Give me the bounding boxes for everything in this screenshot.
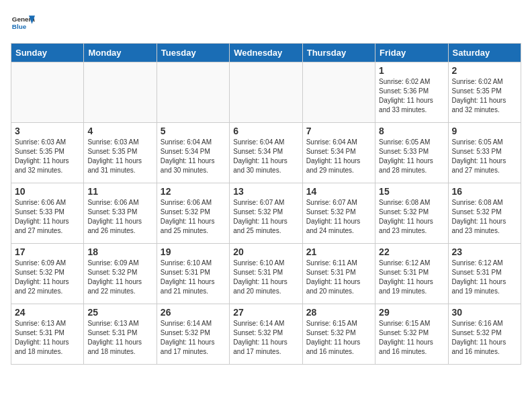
calendar-cell: 11Sunrise: 6:06 AM Sunset: 5:33 PM Dayli…: [84, 183, 157, 244]
day-info: Sunrise: 6:09 AM Sunset: 5:32 PM Dayligh…: [87, 259, 152, 296]
day-number: 17: [15, 246, 80, 257]
calendar-cell: 7Sunrise: 6:04 AM Sunset: 5:34 PM Daylig…: [302, 123, 375, 183]
calendar-cell: 8Sunrise: 6:05 AM Sunset: 5:33 PM Daylig…: [375, 123, 448, 183]
calendar-cell: 26Sunrise: 6:14 AM Sunset: 5:32 PM Dayli…: [157, 304, 229, 365]
day-number: 2: [452, 65, 517, 76]
day-info: Sunrise: 6:15 AM Sunset: 5:32 PM Dayligh…: [379, 319, 444, 357]
day-info: Sunrise: 6:10 AM Sunset: 5:31 PM Dayligh…: [233, 259, 298, 296]
calendar-cell: 29Sunrise: 6:15 AM Sunset: 5:32 PM Dayli…: [375, 304, 448, 365]
calendar-cell: 23Sunrise: 6:12 AM Sunset: 5:31 PM Dayli…: [448, 244, 521, 304]
day-info: Sunrise: 6:06 AM Sunset: 5:32 PM Dayligh…: [161, 198, 226, 236]
day-number: 14: [306, 186, 371, 197]
day-number: 6: [233, 126, 298, 136]
calendar-cell: 24Sunrise: 6:13 AM Sunset: 5:31 PM Dayli…: [11, 304, 84, 365]
day-info: Sunrise: 6:12 AM Sunset: 5:31 PM Dayligh…: [452, 259, 517, 296]
day-info: Sunrise: 6:13 AM Sunset: 5:31 PM Dayligh…: [87, 319, 152, 357]
day-number: 30: [452, 307, 517, 318]
logo-icon: General Blue: [11, 11, 35, 35]
day-number: 24: [15, 307, 80, 318]
day-info: Sunrise: 6:02 AM Sunset: 5:36 PM Dayligh…: [379, 77, 444, 115]
calendar-cell: 5Sunrise: 6:04 AM Sunset: 5:34 PM Daylig…: [157, 123, 229, 183]
day-number: 11: [87, 186, 152, 197]
calendar-cell: 6Sunrise: 6:04 AM Sunset: 5:34 PM Daylig…: [230, 123, 302, 183]
calendar-week-4: 17Sunrise: 6:09 AM Sunset: 5:32 PM Dayli…: [11, 244, 521, 304]
day-number: 7: [306, 126, 371, 136]
day-info: Sunrise: 6:14 AM Sunset: 5:32 PM Dayligh…: [161, 319, 226, 357]
calendar-week-1: 1Sunrise: 6:02 AM Sunset: 5:36 PM Daylig…: [11, 62, 521, 123]
day-number: 25: [87, 307, 152, 318]
day-number: 21: [306, 246, 371, 257]
day-number: 3: [15, 126, 80, 136]
day-number: 27: [233, 307, 298, 318]
calendar-cell: 21Sunrise: 6:11 AM Sunset: 5:31 PM Dayli…: [302, 244, 375, 304]
day-number: 26: [161, 307, 226, 318]
calendar-week-2: 3Sunrise: 6:03 AM Sunset: 5:35 PM Daylig…: [11, 123, 521, 183]
weekday-header-row: SundayMondayTuesdayWednesdayThursdayFrid…: [11, 44, 521, 62]
weekday-header-sunday: Sunday: [11, 44, 84, 62]
calendar-cell: [157, 62, 229, 123]
day-info: Sunrise: 6:05 AM Sunset: 5:33 PM Dayligh…: [379, 138, 444, 175]
day-info: Sunrise: 6:14 AM Sunset: 5:32 PM Dayligh…: [233, 319, 298, 357]
day-info: Sunrise: 6:08 AM Sunset: 5:32 PM Dayligh…: [379, 198, 444, 236]
day-number: 16: [452, 186, 517, 197]
day-info: Sunrise: 6:07 AM Sunset: 5:32 PM Dayligh…: [233, 198, 298, 236]
weekday-header-tuesday: Tuesday: [157, 44, 229, 62]
day-number: 18: [87, 246, 152, 257]
day-number: 28: [306, 307, 371, 318]
day-number: 12: [161, 186, 226, 197]
day-number: 4: [87, 126, 152, 136]
day-number: 22: [379, 246, 444, 257]
day-number: 29: [379, 307, 444, 318]
day-number: 23: [452, 246, 517, 257]
day-info: Sunrise: 6:09 AM Sunset: 5:32 PM Dayligh…: [15, 259, 80, 296]
day-info: Sunrise: 6:02 AM Sunset: 5:35 PM Dayligh…: [452, 77, 517, 115]
calendar-cell: 20Sunrise: 6:10 AM Sunset: 5:31 PM Dayli…: [230, 244, 302, 304]
calendar-cell: 13Sunrise: 6:07 AM Sunset: 5:32 PM Dayli…: [230, 183, 302, 244]
day-info: Sunrise: 6:03 AM Sunset: 5:35 PM Dayligh…: [15, 138, 80, 175]
calendar-cell: [11, 62, 84, 123]
calendar-cell: [302, 62, 375, 123]
calendar-week-5: 24Sunrise: 6:13 AM Sunset: 5:31 PM Dayli…: [11, 304, 521, 365]
day-info: Sunrise: 6:13 AM Sunset: 5:31 PM Dayligh…: [15, 319, 80, 357]
day-number: 19: [161, 246, 226, 257]
calendar-cell: 3Sunrise: 6:03 AM Sunset: 5:35 PM Daylig…: [11, 123, 84, 183]
calendar-cell: 27Sunrise: 6:14 AM Sunset: 5:32 PM Dayli…: [230, 304, 302, 365]
calendar-cell: 15Sunrise: 6:08 AM Sunset: 5:32 PM Dayli…: [375, 183, 448, 244]
weekday-header-friday: Friday: [375, 44, 448, 62]
day-info: Sunrise: 6:07 AM Sunset: 5:32 PM Dayligh…: [306, 198, 371, 236]
calendar-cell: 12Sunrise: 6:06 AM Sunset: 5:32 PM Dayli…: [157, 183, 229, 244]
day-info: Sunrise: 6:15 AM Sunset: 5:32 PM Dayligh…: [306, 319, 371, 357]
calendar-cell: 1Sunrise: 6:02 AM Sunset: 5:36 PM Daylig…: [375, 62, 448, 123]
calendar-cell: 10Sunrise: 6:06 AM Sunset: 5:33 PM Dayli…: [11, 183, 84, 244]
weekday-header-thursday: Thursday: [302, 44, 375, 62]
calendar-cell: 9Sunrise: 6:05 AM Sunset: 5:33 PM Daylig…: [448, 123, 521, 183]
day-info: Sunrise: 6:06 AM Sunset: 5:33 PM Dayligh…: [87, 198, 152, 236]
day-info: Sunrise: 6:10 AM Sunset: 5:31 PM Dayligh…: [161, 259, 226, 296]
weekday-header-saturday: Saturday: [448, 44, 521, 62]
weekday-header-wednesday: Wednesday: [230, 44, 302, 62]
weekday-header-monday: Monday: [84, 44, 157, 62]
calendar-week-3: 10Sunrise: 6:06 AM Sunset: 5:33 PM Dayli…: [11, 183, 521, 244]
calendar-cell: 16Sunrise: 6:08 AM Sunset: 5:32 PM Dayli…: [448, 183, 521, 244]
calendar-cell: 28Sunrise: 6:15 AM Sunset: 5:32 PM Dayli…: [302, 304, 375, 365]
day-number: 1: [379, 65, 444, 76]
calendar-cell: 4Sunrise: 6:03 AM Sunset: 5:35 PM Daylig…: [84, 123, 157, 183]
calendar-cell: 22Sunrise: 6:12 AM Sunset: 5:31 PM Dayli…: [375, 244, 448, 304]
day-info: Sunrise: 6:05 AM Sunset: 5:33 PM Dayligh…: [452, 138, 517, 175]
day-number: 8: [379, 126, 444, 136]
logo: General Blue: [11, 11, 35, 35]
day-number: 13: [233, 186, 298, 197]
day-info: Sunrise: 6:08 AM Sunset: 5:32 PM Dayligh…: [452, 198, 517, 236]
day-number: 5: [161, 126, 226, 136]
calendar-cell: 25Sunrise: 6:13 AM Sunset: 5:31 PM Dayli…: [84, 304, 157, 365]
calendar-cell: 30Sunrise: 6:16 AM Sunset: 5:32 PM Dayli…: [448, 304, 521, 365]
day-number: 15: [379, 186, 444, 197]
calendar-cell: [230, 62, 302, 123]
day-info: Sunrise: 6:06 AM Sunset: 5:33 PM Dayligh…: [15, 198, 80, 236]
day-number: 10: [15, 186, 80, 197]
day-info: Sunrise: 6:16 AM Sunset: 5:32 PM Dayligh…: [452, 319, 517, 357]
calendar-cell: 18Sunrise: 6:09 AM Sunset: 5:32 PM Dayli…: [84, 244, 157, 304]
day-number: 20: [233, 246, 298, 257]
day-number: 9: [452, 126, 517, 136]
day-info: Sunrise: 6:04 AM Sunset: 5:34 PM Dayligh…: [161, 138, 226, 175]
